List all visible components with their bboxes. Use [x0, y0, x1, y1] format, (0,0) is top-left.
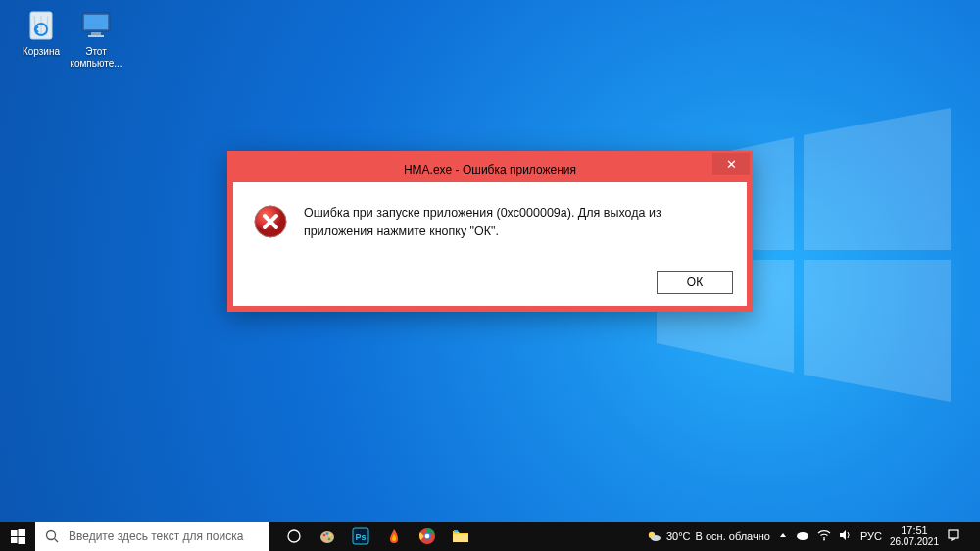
search-placeholder: Введите здесь текст для поиска — [69, 529, 243, 543]
svg-point-18 — [288, 530, 300, 542]
svg-text:Ps: Ps — [355, 532, 366, 542]
taskbar: Введите здесь текст для поиска Ps — [0, 522, 980, 551]
search-icon — [45, 529, 59, 543]
svg-line-17 — [55, 539, 59, 543]
svg-point-20 — [323, 534, 326, 537]
taskbar-apps: Ps — [269, 522, 476, 551]
photoshop-icon: Ps — [352, 527, 369, 545]
tray-notifications-icon[interactable] — [947, 528, 960, 544]
tray-clock[interactable]: 17:51 26.07.2021 — [890, 525, 939, 548]
svg-rect-13 — [18, 529, 25, 536]
dialog-message: Ошибка при запуске приложения (0xc000009… — [304, 204, 721, 243]
weather-icon — [646, 528, 662, 544]
svg-marker-1 — [804, 108, 951, 250]
tray-volume-icon[interactable] — [839, 529, 853, 543]
clock-time: 17:51 — [890, 525, 939, 536]
taskbar-app-photoshop[interactable]: Ps — [345, 522, 376, 551]
taskbar-app-paint[interactable] — [312, 522, 343, 551]
desktop: Корзина Этот компьюте... HMA.exe - Ошибк… — [0, 0, 980, 551]
close-icon: ✕ — [726, 157, 737, 172]
taskbar-app-explorer[interactable] — [445, 522, 476, 551]
search-input[interactable]: Введите здесь текст для поиска — [35, 522, 269, 551]
svg-point-22 — [329, 534, 332, 537]
tray-icons: РУС — [778, 529, 882, 543]
ok-button[interactable]: ОК — [657, 271, 733, 294]
svg-rect-29 — [453, 534, 468, 542]
palette-icon — [318, 527, 336, 545]
system-tray: 30°C В осн. облачно — [646, 522, 980, 551]
flame-icon — [385, 527, 403, 545]
circle-icon — [286, 528, 302, 544]
error-icon — [253, 204, 288, 243]
taskbar-app-chrome[interactable] — [412, 522, 443, 551]
tray-weather[interactable]: 30°C В осн. облачно — [646, 528, 770, 544]
svg-rect-12 — [11, 530, 18, 536]
svg-rect-35 — [949, 530, 958, 538]
recycle-bin-icon — [23, 6, 60, 43]
windows-icon — [11, 529, 25, 544]
tray-lang[interactable]: РУС — [860, 530, 882, 542]
weather-text: В осн. облачно — [696, 530, 770, 542]
svg-rect-14 — [11, 537, 18, 543]
desktop-icon-this-pc[interactable]: Этот компьюте... — [69, 6, 123, 70]
taskbar-app-cortana[interactable] — [278, 522, 310, 551]
clock-date: 26.07.2021 — [890, 536, 939, 548]
tray-onedrive-icon[interactable] — [796, 529, 809, 543]
dialog-title: HMA.exe - Ошибка приложения — [233, 163, 747, 176]
desktop-icon-recycle-bin[interactable]: Корзина — [14, 6, 69, 58]
folder-icon — [452, 528, 469, 544]
tray-overflow-icon[interactable] — [778, 530, 788, 542]
start-button[interactable] — [0, 522, 35, 551]
svg-point-23 — [328, 538, 331, 541]
svg-point-16 — [47, 531, 56, 540]
close-button[interactable]: ✕ — [712, 153, 750, 175]
taskbar-app-ccleaner[interactable] — [378, 522, 410, 551]
svg-point-34 — [823, 539, 825, 541]
chrome-icon — [418, 527, 436, 545]
svg-marker-3 — [804, 260, 951, 402]
dialog-button-row: ОК — [233, 261, 747, 306]
svg-rect-30 — [454, 530, 458, 532]
svg-rect-9 — [88, 35, 104, 37]
svg-rect-8 — [91, 32, 101, 35]
svg-rect-15 — [18, 537, 25, 544]
svg-point-28 — [425, 534, 430, 539]
dialog-titlebar[interactable]: HMA.exe - Ошибка приложения ✕ — [233, 157, 747, 182]
dialog-body: Ошибка при запуске приложения (0xc000009… — [233, 182, 747, 261]
svg-point-33 — [797, 532, 808, 540]
computer-icon — [77, 6, 115, 43]
desktop-icon-label: Этот компьюте... — [69, 46, 123, 70]
svg-rect-7 — [84, 15, 108, 29]
tray-wifi-icon[interactable] — [817, 529, 831, 543]
svg-point-21 — [326, 532, 329, 535]
svg-point-32 — [651, 535, 661, 541]
weather-temp: 30°C — [666, 530, 691, 542]
desktop-icon-label: Корзина — [14, 46, 69, 58]
error-dialog: HMA.exe - Ошибка приложения ✕ — [227, 151, 753, 312]
